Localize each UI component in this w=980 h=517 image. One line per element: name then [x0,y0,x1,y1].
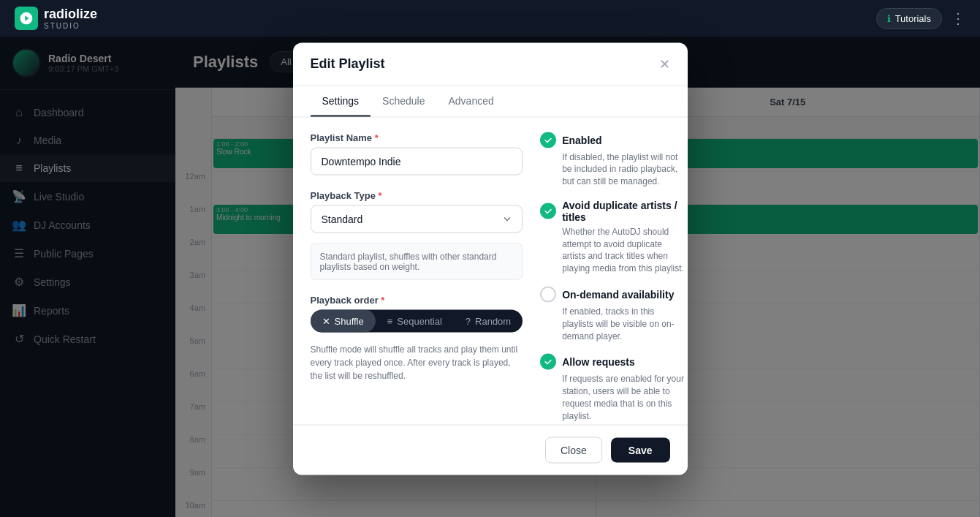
info-icon: ℹ [887,13,891,24]
toggle-enabled-desc: If disabled, the playlist will not be in… [540,151,686,187]
toggle-on-demand-desc: If enabled, tracks in this playlists wil… [540,306,686,342]
playback-type-desc: Standard playlist, shuffles with other s… [311,243,523,279]
modal-body: Playlist Name * Playback Type * Standard… [293,117,688,424]
modal-left-panel: Playlist Name * Playback Type * Standard… [311,132,523,410]
order-btn-sequential[interactable]: ≡ Sequential [376,309,454,332]
toggle-allow-requests-circle[interactable] [540,354,556,370]
toggle-avoid-duplicate-desc: Whether the AutoDJ should attempt to avo… [540,225,686,274]
toggle-avoid-duplicate-circle[interactable] [540,203,556,219]
tab-settings[interactable]: Settings [311,86,371,116]
playback-order-label: Playback order * [311,294,523,305]
playback-order-group: Playback order * ✕ Shuffle ≡ Sequential … [311,294,523,382]
tab-advanced[interactable]: Advanced [436,86,505,116]
required-marker: * [375,132,379,143]
toggle-avoid-duplicate-label: Avoid duplicate artists / titles [562,199,686,222]
required-marker-2: * [379,189,382,200]
toggle-enabled-circle[interactable] [540,132,556,148]
more-options-icon[interactable]: ⋮ [951,10,965,27]
toggle-enabled-label: Enabled [562,134,601,146]
edit-playlist-modal: Edit Playlist ✕ Settings Schedule Advanc… [293,42,688,475]
toggle-allow-requests-desc: If requests are enabled for your station… [540,373,686,422]
order-desc: Shuffle mode will shuffle all tracks and… [311,342,523,382]
toggle-enabled-header: Enabled [540,132,686,148]
playback-type-group: Playback Type * Standard Rotational Adva… [311,189,523,279]
toggle-allow-requests: Allow requests If requests are enabled f… [540,354,686,422]
toggle-on-demand-header: On-demand availability [540,287,686,303]
toggle-on-demand-label: On-demand availability [562,289,674,301]
playlist-name-group: Playlist Name * [311,132,523,175]
modal-header: Edit Playlist ✕ [293,42,688,86]
playback-type-select-wrap: Standard Rotational Advanced [311,205,523,233]
playlist-name-input[interactable] [311,147,523,175]
toggle-avoid-duplicate: Avoid duplicate artists / titles Whether… [540,199,686,274]
sequential-icon: ≡ [387,315,393,326]
modal-close-button[interactable]: ✕ [659,56,670,72]
shuffle-icon: ✕ [322,315,330,326]
toggle-on-demand-circle[interactable] [540,287,556,303]
order-btn-random[interactable]: ? Random [454,309,523,332]
logo-text: radiolize STUDIO [44,7,97,30]
logo: radiolize STUDIO [15,7,97,30]
close-button[interactable]: Close [545,437,602,463]
order-buttons: ✕ Shuffle ≡ Sequential ? Random [311,309,523,332]
toggle-enabled: Enabled If disabled, the playlist will n… [540,132,686,187]
playback-type-label: Playback Type * [311,189,523,200]
toggle-allow-requests-label: Allow requests [562,356,635,368]
tab-schedule[interactable]: Schedule [371,86,436,116]
top-right-actions: ℹ Tutorials ⋮ [876,8,965,29]
playback-type-select[interactable]: Standard Rotational Advanced [311,205,523,233]
order-btn-shuffle[interactable]: ✕ Shuffle [311,309,376,332]
toggle-on-demand: On-demand availability If enabled, track… [540,287,686,342]
modal-footer: Close Save [293,424,688,475]
toggle-allow-requests-header: Allow requests [540,354,686,370]
modal-title: Edit Playlist [311,56,385,72]
playlist-name-label: Playlist Name * [311,132,523,143]
random-icon: ? [466,315,471,326]
modal-tabs: Settings Schedule Advanced [293,86,688,117]
toggle-avoid-duplicate-header: Avoid duplicate artists / titles [540,199,686,222]
top-bar: radiolize STUDIO ℹ Tutorials ⋮ [0,0,980,37]
modal-right-panel: Enabled If disabled, the playlist will n… [540,132,686,410]
logo-icon [15,7,38,30]
save-button[interactable]: Save [611,437,670,462]
tutorials-button[interactable]: ℹ Tutorials [876,8,942,29]
